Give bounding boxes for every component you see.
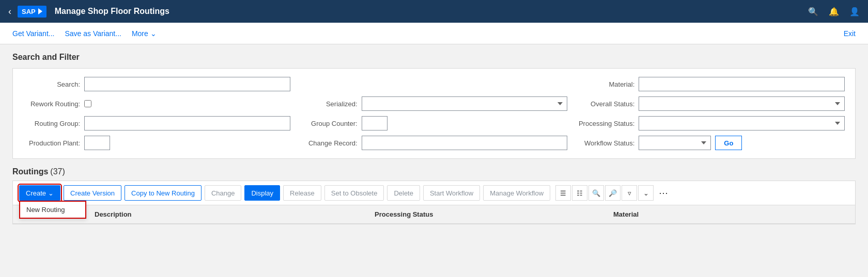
create-version-button[interactable]: Create Version: [64, 185, 121, 201]
material-label: Material:: [578, 80, 634, 88]
more-link[interactable]: More ⌄: [128, 27, 161, 40]
more-options-button[interactable]: ⋯: [657, 187, 670, 199]
sap-logo: SAP: [18, 6, 47, 18]
rework-routing-row: Rework Routing:: [23, 96, 290, 111]
display-button[interactable]: Display: [244, 185, 280, 201]
routing-group-input[interactable]: [84, 116, 290, 131]
manage-workflow-button[interactable]: Manage Workflow: [483, 185, 550, 201]
production-plant-label: Production Plant:: [23, 139, 80, 147]
serialized-label: Serialized:: [301, 100, 358, 108]
overall-status-label: Overall Status:: [578, 100, 634, 108]
serialized-row: Serialized: Yes No: [301, 96, 568, 111]
new-routing-item[interactable]: New Routing: [20, 202, 85, 218]
change-record-row: Change Record:: [301, 136, 568, 150]
release-button[interactable]: Release: [283, 185, 321, 201]
processing-status-label: Processing Status:: [578, 120, 634, 127]
table-header: Version Description Processing Status Ma…: [13, 205, 855, 224]
group-counter-row: Group Counter:: [301, 116, 568, 131]
action-bar: Create ⌄ New Routing Create Version Copy…: [12, 181, 856, 205]
workflow-status-row: Workflow Status: Go: [578, 136, 845, 150]
search-table-icon[interactable]: 🔍: [588, 185, 604, 201]
search-filter-title: Search and Filter: [12, 53, 856, 62]
rework-routing-checkbox[interactable]: [84, 100, 91, 107]
processing-status-row: Processing Status:: [578, 116, 845, 131]
go-button[interactable]: Go: [715, 136, 742, 150]
exit-link[interactable]: Exit: [840, 27, 860, 40]
toolbar: Get Variant... Save as Variant... More ⌄…: [0, 23, 868, 44]
filter-icon[interactable]: ▿: [622, 185, 637, 201]
search-input[interactable]: [84, 77, 290, 91]
filter-chevron-icon[interactable]: ⌄: [638, 185, 654, 201]
zoom-icon[interactable]: 🔎: [605, 185, 621, 201]
create-button[interactable]: Create ⌄: [19, 185, 60, 201]
change-record-label: Change Record:: [301, 139, 358, 147]
col-processing-status: Processing Status: [371, 208, 610, 220]
routings-count: (37): [50, 167, 65, 176]
search-icon[interactable]: 🔍: [808, 7, 818, 17]
material-row: Material:: [578, 77, 845, 91]
processing-status-select[interactable]: [639, 116, 845, 131]
routings-title: Routings: [12, 167, 48, 176]
save-as-variant-link[interactable]: Save as Variant...: [60, 27, 125, 40]
bell-icon[interactable]: 🔔: [829, 7, 839, 17]
page-title: Manage Shop Floor Routings: [55, 7, 169, 16]
create-dropdown-menu: New Routing: [19, 201, 86, 219]
workflow-status-label: Workflow Status:: [578, 139, 634, 147]
start-workflow-button[interactable]: Start Workflow: [423, 185, 480, 201]
create-dropdown-container: Create ⌄ New Routing: [19, 185, 60, 201]
overall-status-row: Overall Status:: [578, 96, 845, 111]
rework-routing-label: Rework Routing:: [23, 100, 80, 108]
search-row: Search:: [23, 77, 290, 91]
delete-button[interactable]: Delete: [387, 185, 420, 201]
serialized-select[interactable]: Yes No: [362, 96, 568, 111]
routing-group-label: Routing Group:: [23, 120, 80, 127]
routings-header: Routings (37): [12, 167, 856, 176]
sap-text: SAP: [22, 8, 36, 15]
detail-view-icon[interactable]: ☷: [572, 185, 587, 201]
material-input[interactable]: [639, 77, 845, 91]
list-view-icon[interactable]: ☰: [555, 185, 571, 201]
back-button[interactable]: ‹: [8, 6, 11, 17]
filter-grid: Search: Material: Rework Routing: Serial…: [23, 77, 845, 150]
group-counter-input[interactable]: [362, 116, 388, 131]
topbar-icons: 🔍 🔔 👤: [808, 7, 860, 17]
sap-triangle: [38, 8, 42, 14]
icon-group: ☰ ☷ 🔍 🔎 ▿ ⌄: [555, 185, 654, 201]
change-record-input[interactable]: [362, 136, 568, 150]
workflow-status-select[interactable]: [639, 136, 711, 150]
chevron-down-icon: ⌄: [150, 29, 157, 38]
search-label: Search:: [23, 80, 80, 88]
main-content: Search and Filter Search: Material: Rewo…: [0, 44, 868, 233]
col-description: Description: [91, 208, 371, 220]
search-filter-panel: Search: Material: Rework Routing: Serial…: [12, 68, 856, 159]
production-plant-input[interactable]: [84, 136, 110, 150]
chevron-down-icon: ⌄: [48, 189, 54, 197]
production-plant-row: Production Plant:: [23, 136, 290, 150]
overall-status-select[interactable]: [639, 96, 845, 111]
set-to-obsolete-button[interactable]: Set to Obsolete: [324, 185, 384, 201]
col-material: Material: [610, 208, 849, 220]
group-counter-label: Group Counter:: [301, 120, 358, 127]
table-container: Version Description Processing Status Ma…: [12, 205, 856, 224]
get-variant-link[interactable]: Get Variant...: [8, 27, 58, 40]
user-icon[interactable]: 👤: [849, 7, 860, 17]
routing-group-row: Routing Group:: [23, 116, 290, 131]
change-button[interactable]: Change: [205, 185, 242, 201]
copy-to-new-routing-button[interactable]: Copy to New Routing: [125, 185, 202, 201]
topbar: ‹ SAP Manage Shop Floor Routings 🔍 🔔 👤: [0, 0, 868, 23]
